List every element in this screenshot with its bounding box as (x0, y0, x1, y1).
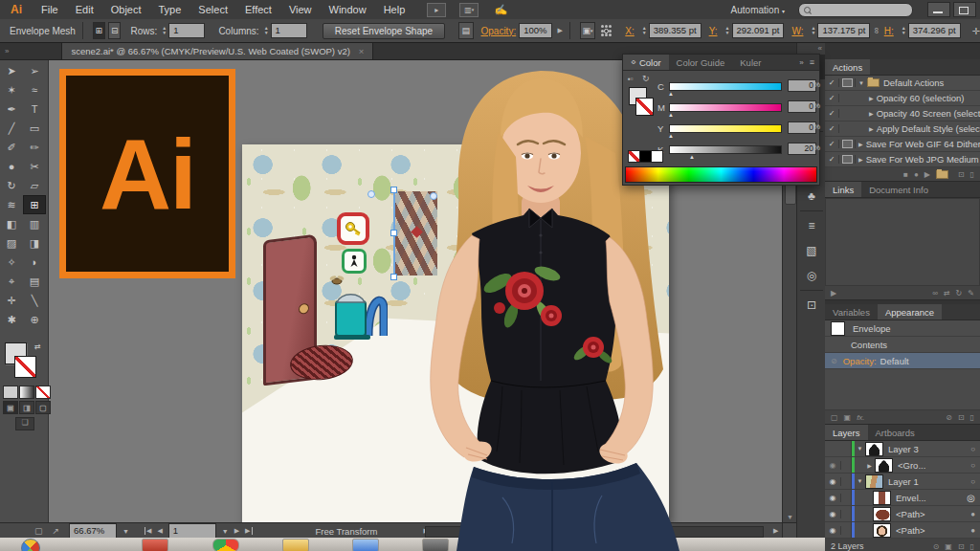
taskbar-chrome-icon[interactable] (212, 539, 239, 551)
draw-behind-button[interactable]: ◨ (19, 401, 34, 414)
layer-label[interactable]: <Gro... (898, 460, 925, 471)
visibility-toggle[interactable]: ◉ (825, 461, 841, 470)
shape-builder-tool[interactable]: ◧ (0, 214, 23, 233)
new-fill-icon[interactable]: ▣ (844, 413, 852, 422)
menu-effect[interactable]: Effect (236, 4, 280, 15)
type-tool[interactable]: T (23, 99, 46, 119)
columns-stepper[interactable]: ▲▼ (264, 26, 269, 35)
search-input[interactable] (811, 4, 906, 16)
layer-label[interactable]: Layer 3 (888, 444, 919, 454)
visibility-toggle[interactable]: ◉ (825, 526, 841, 535)
symbol-sprayer-tool[interactable]: ◗ (23, 253, 46, 272)
last-artboard-icon[interactable]: ▶ (245, 527, 252, 535)
taskbar-moviemaker-icon[interactable] (562, 539, 589, 551)
zoom-tool[interactable]: ⊕ (23, 310, 46, 329)
appearance-row-envelope[interactable]: Envelope (825, 320, 980, 337)
expand-icon[interactable]: ▼ (855, 446, 865, 452)
selection-tool[interactable]: ➤ (0, 61, 23, 80)
action-check[interactable]: ✓ (825, 109, 839, 118)
color-spectrum[interactable] (625, 166, 817, 183)
magenta-slider[interactable]: M ▲ (657, 100, 782, 114)
x-field[interactable]: 389.355 pt (649, 23, 702, 38)
menu-object[interactable]: Object (102, 4, 150, 15)
yellow-slider[interactable]: Y ▲ (657, 121, 782, 135)
menu-select[interactable]: Select (189, 4, 236, 15)
black-slider[interactable]: K ▲ (657, 143, 782, 156)
line-tool[interactable]: ╱ (0, 119, 23, 138)
first-artboard-icon[interactable]: ◀ (145, 527, 151, 535)
next-artboard-icon[interactable]: ▶ (234, 527, 239, 535)
target-icon[interactable]: ○ (970, 445, 975, 453)
action-row[interactable]: ✓ ▶ Save For Web JPG Medium (825, 152, 980, 167)
relink-icon[interactable]: ∞ (932, 289, 938, 298)
action-dialog-toggle[interactable] (839, 140, 856, 148)
expand-icon[interactable]: ▼ (858, 80, 864, 86)
go-to-link-icon[interactable]: ⇄ (944, 289, 950, 298)
artboard[interactable] (242, 144, 669, 522)
action-dialog-toggle[interactable] (839, 78, 856, 87)
action-check[interactable]: ✓ (825, 155, 839, 164)
new-set-icon[interactable] (936, 170, 948, 179)
collapse-panel-icon[interactable]: » (799, 58, 803, 67)
tab-artboards[interactable]: Artboards (868, 425, 923, 440)
expand-icon[interactable]: ▶ (869, 95, 874, 101)
collapse-icon[interactable]: ▢ (34, 526, 43, 536)
taskbar-folder-icon[interactable] (282, 539, 309, 551)
h-link[interactable]: H: (884, 26, 894, 36)
swap-fill-stroke-icon[interactable]: ⇄ (34, 342, 41, 351)
rows-stepper[interactable]: ▲▼ (162, 26, 167, 35)
screen-mode-button[interactable]: ❏ (15, 417, 34, 430)
menu-view[interactable]: View (280, 4, 321, 15)
black-value[interactable]: 20 (788, 143, 816, 155)
revert-icon[interactable]: ↻ (642, 74, 650, 83)
tab-variables[interactable]: Variables (825, 304, 878, 320)
expand-icon[interactable]: ▶ (858, 156, 863, 163)
mesh-warp-button[interactable]: ⊞ (93, 22, 105, 39)
pencil-tool[interactable]: ✏ (23, 138, 46, 157)
selection-handle[interactable] (390, 187, 397, 193)
white-swatch[interactable] (651, 150, 663, 163)
zoom-field[interactable]: 66.67% (69, 523, 117, 539)
tab-actions[interactable]: Actions (825, 59, 870, 75)
appearance-row-opacity[interactable]: ⊘ Opacity: Default (825, 353, 980, 369)
opacity-dropdown-arrow[interactable]: ▶ (558, 27, 563, 34)
width-tool[interactable]: ≋ (0, 195, 23, 214)
layer-label[interactable]: Layer 1 (888, 476, 919, 487)
new-layer-icon[interactable]: ⊡ (958, 542, 965, 551)
delete-layer-icon[interactable]: ▯ (970, 542, 974, 551)
pen-tool[interactable]: ✒ (0, 99, 23, 119)
target-icon[interactable]: ○ (970, 461, 975, 470)
new-action-icon[interactable]: ⊡ (958, 170, 965, 179)
tab-document-info[interactable]: Document Info (861, 182, 936, 197)
reference-point-locator[interactable] (601, 25, 612, 37)
opacity-link[interactable]: Opacity: (481, 26, 517, 36)
tab-close-icon[interactable]: × (359, 46, 365, 56)
direct-selection-tool[interactable]: ➢ (23, 61, 46, 80)
taskbar-photos-icon[interactable] (492, 539, 519, 551)
magenta-value[interactable]: 0 (788, 100, 816, 113)
action-check[interactable]: ✓ (825, 140, 839, 148)
workspace-switcher[interactable]: Automation ▾ (731, 5, 785, 15)
scissors-tool[interactable]: ✂ (23, 157, 46, 176)
fx-icon[interactable]: fx. (857, 413, 864, 422)
layer-label[interactable]: Envel... (896, 493, 926, 503)
expand-icon[interactable]: ▶ (858, 141, 863, 147)
opacity-key[interactable]: Opacity: (843, 356, 877, 366)
w-field[interactable]: 137.175 pt (817, 23, 870, 38)
layer-row[interactable]: ◉ ▶ <Gro... ○ (825, 457, 980, 474)
rectangle-tool[interactable]: ▭ (23, 119, 46, 138)
eyedropper-tool[interactable]: ◨ (23, 233, 46, 253)
tab-color-guide[interactable]: Color Guide (669, 55, 733, 70)
argyle-mesh-artwork[interactable] (395, 191, 437, 276)
action-row[interactable]: ✓ ▶ Apply Default Style (selection) (825, 121, 980, 137)
cyan-slider[interactable]: C ▲ (657, 79, 782, 93)
columns-field[interactable]: 1 (271, 23, 307, 38)
artboard-dropdown-icon[interactable]: ▼ (222, 528, 229, 535)
document-tab[interactable]: scene2.ai* @ 66.67% (CMYK/Preview/U.S. W… (61, 42, 373, 59)
artboards-panel-icon[interactable]: ⊡ (797, 293, 826, 318)
toolbar-collapse-icon[interactable]: » (5, 47, 9, 55)
taskbar-media-icon[interactable] (422, 539, 449, 551)
scroll-down-icon[interactable]: ▼ (787, 514, 793, 520)
mesh-edit-button[interactable]: ⊟ (108, 22, 121, 39)
envelope-options-icon[interactable]: ▤ (458, 22, 473, 39)
